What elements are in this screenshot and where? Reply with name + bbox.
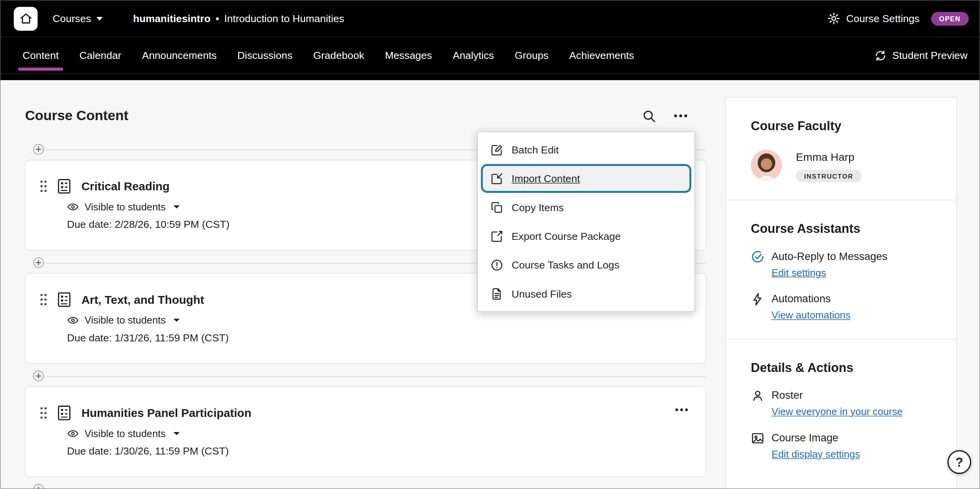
drag-handle-icon[interactable] xyxy=(40,180,48,193)
view-roster-link[interactable]: View everyone in your course xyxy=(772,406,903,418)
tab-label: Discussions xyxy=(237,50,292,62)
assignment-icon xyxy=(56,405,73,422)
tab-label: Analytics xyxy=(453,50,494,62)
instructor-avatar[interactable] xyxy=(751,150,782,181)
content-item-title[interactable]: Art, Text, and Thought xyxy=(81,293,204,306)
tab-analytics[interactable]: Analytics xyxy=(453,37,494,74)
sidebar-column: Course Faculty Emma Harp xyxy=(725,80,957,489)
add-content-divider xyxy=(25,484,707,489)
gear-icon[interactable] xyxy=(827,12,841,25)
home-button[interactable] xyxy=(14,7,38,30)
tab-label: Calendar xyxy=(79,50,121,62)
instructor-row: Emma Harp INSTRUCTOR xyxy=(751,150,931,182)
menu-item-label: Course Tasks and Logs xyxy=(512,259,619,271)
visibility-label: Visible to students xyxy=(84,315,165,326)
details-item-row: Roster xyxy=(751,389,931,403)
app-window: Courses humanitiesintro • Introduction t… xyxy=(0,0,980,489)
content-item-title[interactable]: Humanities Panel Participation xyxy=(81,406,251,420)
add-content-button[interactable] xyxy=(33,257,44,268)
add-content-button[interactable] xyxy=(33,371,44,381)
eye-icon xyxy=(67,428,79,440)
view-automations-link[interactable]: View automations xyxy=(772,310,851,321)
menu-item-export-course-package[interactable]: Export Course Package xyxy=(478,222,694,250)
details-label: Roster xyxy=(772,389,803,402)
lightning-icon xyxy=(751,293,765,306)
tab-announcements[interactable]: Announcements xyxy=(142,37,217,74)
copy-items-icon xyxy=(490,201,504,214)
unused-files-icon xyxy=(490,287,504,300)
visibility-toggle[interactable]: Visible to students xyxy=(67,428,691,440)
add-content-divider xyxy=(25,371,707,381)
visibility-label: Visible to students xyxy=(84,428,165,439)
tab-label: Groups xyxy=(515,50,548,62)
drag-handle-icon[interactable] xyxy=(40,406,48,420)
courses-menu-button[interactable]: Courses xyxy=(53,12,103,24)
add-content-button[interactable] xyxy=(33,484,44,489)
tab-groups[interactable]: Groups xyxy=(515,37,548,74)
section-title: Course Faculty xyxy=(751,119,931,133)
menu-item-label: Batch Edit xyxy=(512,144,559,156)
student-preview-button[interactable]: Student Preview xyxy=(874,49,968,62)
nav-tabs: Content Calendar Announcements Discussio… xyxy=(22,37,634,74)
assignment-icon xyxy=(56,291,73,308)
breadcrumb-course-id: humanitiesintro xyxy=(133,12,210,24)
chevron-down-icon xyxy=(173,205,179,208)
student-preview-label: Student Preview xyxy=(892,50,967,62)
instructor-info: Emma Harp INSTRUCTOR xyxy=(796,150,861,182)
course-settings-label[interactable]: Course Settings xyxy=(846,12,920,24)
tab-label: Messages xyxy=(385,50,432,62)
card-more-options-icon[interactable] xyxy=(674,402,689,420)
assistant-item: Automations View automations xyxy=(751,293,931,321)
menu-item-import-content[interactable]: Import Content xyxy=(481,164,691,193)
menu-item-course-tasks-logs[interactable]: Course Tasks and Logs xyxy=(478,250,694,279)
tab-achievements[interactable]: Achievements xyxy=(569,37,634,74)
tab-calendar[interactable]: Calendar xyxy=(79,37,121,74)
help-button[interactable]: ? xyxy=(947,450,971,474)
add-content-button[interactable] xyxy=(33,144,44,155)
menu-item-copy-items[interactable]: Copy Items xyxy=(478,193,694,222)
section-title: Course Assistants xyxy=(751,222,931,236)
drag-handle-icon[interactable] xyxy=(40,293,48,306)
course-tasks-logs-icon xyxy=(490,258,504,272)
chevron-down-icon xyxy=(173,319,179,322)
student-preview-icon xyxy=(874,49,887,62)
chevron-down-icon xyxy=(97,17,103,21)
course-nav: Content Calendar Announcements Discussio… xyxy=(0,37,980,74)
menu-item-batch-edit[interactable]: Batch Edit xyxy=(478,135,694,164)
course-details-panel: Course Faculty Emma Harp xyxy=(725,97,957,489)
help-question-icon: ? xyxy=(956,455,963,469)
menu-item-label: Unused Files xyxy=(512,288,572,300)
course-assistants-section: Course Assistants Auto-Reply to Messages… xyxy=(726,200,956,339)
tab-gradebook[interactable]: Gradebook xyxy=(313,37,364,74)
instructor-name: Emma Harp xyxy=(796,150,861,164)
tab-label: Achievements xyxy=(569,50,634,62)
roster-person-icon xyxy=(751,389,765,403)
search-icon[interactable] xyxy=(642,108,656,123)
course-faculty-section: Course Faculty Emma Harp xyxy=(726,98,956,200)
details-item: Roster View everyone in your course xyxy=(751,389,931,417)
courses-label: Courses xyxy=(53,12,91,24)
tab-discussions[interactable]: Discussions xyxy=(237,37,292,74)
content-item-title[interactable]: Critical Reading xyxy=(81,179,170,193)
tab-content[interactable]: Content xyxy=(22,37,58,74)
tab-messages[interactable]: Messages xyxy=(385,37,432,74)
due-date: Due date: 1/30/26, 11:59 PM (CST) xyxy=(67,445,691,457)
nav-strip xyxy=(0,74,980,80)
page-title: Course Content xyxy=(25,108,129,124)
visibility-label: Visible to students xyxy=(84,201,165,213)
assignment-icon xyxy=(56,178,73,195)
content-actions xyxy=(642,108,689,124)
import-content-icon xyxy=(490,172,504,185)
eye-icon xyxy=(67,201,79,213)
breadcrumb-course-name: Introduction to Humanities xyxy=(224,12,344,24)
breadcrumb: humanitiesintro • Introduction to Humani… xyxy=(133,12,344,24)
eye-icon xyxy=(67,314,79,326)
details-label: Course Image xyxy=(772,432,839,444)
details-actions-section: Details & Actions Roster View everyone i… xyxy=(726,339,956,478)
visibility-toggle[interactable]: Visible to students xyxy=(67,314,691,326)
edit-display-settings-link[interactable]: Edit display settings xyxy=(772,449,860,460)
more-options-icon[interactable] xyxy=(672,108,689,124)
top-bar: Courses humanitiesintro • Introduction t… xyxy=(0,0,980,37)
edit-settings-link[interactable]: Edit settings xyxy=(772,267,826,279)
menu-item-unused-files[interactable]: Unused Files xyxy=(478,279,694,308)
